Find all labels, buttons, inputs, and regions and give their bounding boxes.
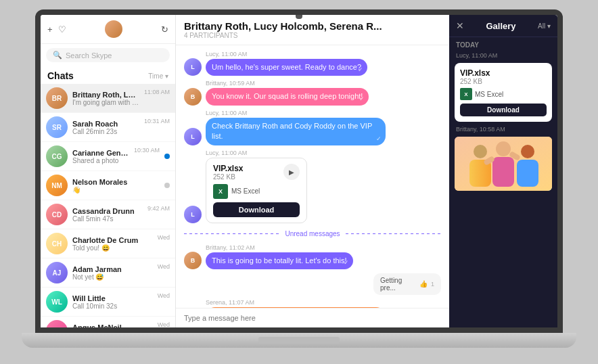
gallery-download-button[interactable]: Download [460, 104, 547, 116]
app-container: + ♡ ↻ 🔍 Search Skype Chats Time ▾ BRBrit… [41, 15, 557, 327]
refresh-icon[interactable]: ↻ [161, 24, 168, 35]
laptop-shell: + ♡ ↻ 🔍 Search Skype Chats Time ▾ BRBrit… [22, 9, 576, 355]
message-check-icon: ✓ [376, 135, 382, 143]
download-button[interactable]: Download [213, 202, 300, 217]
chat-info: Adam JarmanNot yet 😅 [72, 265, 153, 281]
chat-name: Sarah Roach [72, 120, 139, 128]
chat-name: Will Little [72, 294, 153, 302]
message-sender-time: Lucy, 11:00 AM [206, 51, 367, 58]
laptop-base [22, 333, 576, 348]
chat-info: Nelson Morales👋 [72, 178, 155, 194]
chat-name: Charlotte De Crum [72, 236, 153, 244]
gallery-file-size: 252 KB [460, 78, 547, 85]
chat-preview: Told you! 😄 [72, 244, 153, 252]
chat-time: Wed [158, 320, 170, 327]
message-sender-time: Brittany, 10:59 AM [206, 80, 369, 87]
chat-avatar: CH [46, 233, 68, 254]
message-content: Lucy, 11:00 AM VIP.xlsx 252 KB ▶ X MS Ex… [206, 150, 307, 223]
chat-avatar: NM [46, 175, 68, 196]
unread-divider: Unread messages [184, 230, 441, 237]
chat-info: Charlotte De CrumTold you! 😄 [72, 236, 153, 252]
chat-avatar: CD [46, 204, 68, 225]
gallery-file-icon-row: X MS Excel [460, 88, 547, 100]
chat-avatar: BR [46, 87, 68, 109]
message-input-row[interactable] [176, 308, 449, 327]
message-content: Lucy, 11:00 AMCheck Brittany Roth and Co… [206, 110, 386, 145]
chat-time: 9:42 AM [147, 204, 170, 212]
message-sender-time: Lucy, 11:00 AM [206, 110, 386, 116]
chat-header: Brittany Roth, Lucy Holcomb, Serena R...… [176, 15, 449, 45]
message-bubble: Check Brittany Roth and Cody Roddy on th… [206, 118, 386, 145]
file-icon-row: X MS Excel [213, 184, 300, 199]
chat-time: Wed [158, 291, 170, 299]
chat-preview: Call 26min 23s [72, 128, 139, 135]
chat-info: Angus McNeilYou need a day off!! [72, 323, 153, 328]
chat-time: 10:31 AM [144, 116, 170, 124]
add-icon[interactable]: + [47, 24, 53, 35]
gallery-file-type: MS Excel [475, 91, 503, 98]
chat-time: Wed [158, 262, 170, 270]
unread-text: Unread messages [285, 230, 340, 237]
chat-subtitle: 4 PARTICIPANTS [184, 32, 441, 39]
unread-line [184, 233, 279, 234]
gallery-sender-time: Lucy, 11:00 AM [449, 51, 557, 60]
chat-preview: 👋 [72, 186, 155, 194]
gallery-image [455, 137, 552, 191]
gallery-close-icon[interactable]: ✕ [456, 20, 464, 31]
chat-item[interactable]: CHCharlotte De CrumTold you! 😄Wed [41, 229, 175, 258]
chat-item[interactable]: WLWill LittleCall 10min 32sWed [41, 288, 175, 317]
chat-name: Carianne Gentry [72, 149, 129, 157]
time-sort[interactable]: Time ▾ [148, 72, 168, 80]
getting-pre-bubble: Getting pre... 👍 1 [373, 273, 441, 295]
sidebar: + ♡ ↻ 🔍 Search Skype Chats Time ▾ BRBrit… [41, 15, 176, 327]
chat-item[interactable]: BRBrittany Roth, Lucy Hol...I'm going gl… [41, 84, 175, 113]
gallery-all-button[interactable]: All ▾ [538, 22, 551, 30]
search-bar[interactable]: 🔍 Search Skype [46, 48, 170, 62]
user-avatar[interactable] [105, 20, 122, 38]
excel-icon: X [460, 88, 472, 100]
svg-point-7 [521, 145, 534, 158]
heart-icon[interactable]: ♡ [58, 24, 66, 35]
message-input[interactable] [184, 314, 441, 322]
message-sender-time: Brittany, 11:02 AM [206, 244, 353, 251]
chat-item[interactable]: AJAdam JarmanNot yet 😅Wed [41, 258, 175, 288]
message-bubble: You know it. Our squad is rolling deep t… [206, 88, 369, 105]
file-size: 252 KB [213, 173, 243, 181]
search-icon: 🔍 [53, 51, 62, 60]
svg-rect-8 [517, 160, 538, 187]
message-content: Lucy, 11:00 AMUm hello, he's super sweet… [206, 51, 367, 76]
chat-item[interactable]: AMAngus McNeilYou need a day off!!Wed [41, 317, 175, 327]
chat-preview: Call 5min 47s [72, 215, 143, 223]
chat-time: 10:30 AM [134, 145, 160, 154]
messages-area: LLucy, 11:00 AMUm hello, he's super swee… [176, 45, 449, 308]
laptop-notch [296, 15, 302, 19]
chat-item[interactable]: NMNelson Morales👋 [41, 171, 175, 200]
laptop-trackpad [258, 337, 340, 344]
search-placeholder: Search Skype [66, 51, 112, 60]
message-sender-time: Lucy, 11:00 AM [206, 150, 307, 156]
chat-item[interactable]: CDCassandra DrunnCall 5min 47s9:42 AM [41, 200, 175, 229]
gallery-today-label: TODAY [449, 37, 557, 51]
chat-info: Cassandra DrunnCall 5min 47s [72, 207, 143, 223]
excel-icon: X [213, 184, 228, 199]
gallery-title: Gallery [486, 21, 516, 31]
message-bubble: This is going to be totally lit. Let's d… [206, 252, 353, 269]
chat-item[interactable]: SRSarah RoachCall 26min 23s10:31 AM [41, 113, 175, 142]
play-button[interactable]: ▶ [283, 164, 300, 180]
chat-info: Sarah RoachCall 26min 23s [72, 120, 139, 135]
svg-rect-4 [492, 157, 514, 187]
chat-avatar: WL [46, 291, 68, 313]
message-avatar: B [184, 88, 202, 106]
sidebar-header: + ♡ ↻ [41, 15, 175, 44]
chat-name: Angus McNeil [72, 323, 153, 328]
chat-info: Will LittleCall 10min 32s [72, 294, 153, 310]
message-sender-time: Serena, 11:07 AM [206, 299, 386, 306]
chat-name: Cassandra Drunn [72, 207, 143, 215]
chat-item[interactable]: CGCarianne GentryShared a photo10:30 AM [41, 142, 175, 171]
chat-time: 11:08 AM [144, 87, 170, 95]
message-row: BBrittany, 11:02 AMThis is going to be t… [184, 244, 441, 269]
chat-avatar: CG [46, 145, 68, 167]
message-check-icon: ✓ [359, 95, 365, 104]
sidebar-header-icons: + ♡ [47, 24, 66, 35]
message-row: SSerena, 11:07 AMGirls, my outfit feels … [184, 299, 441, 308]
